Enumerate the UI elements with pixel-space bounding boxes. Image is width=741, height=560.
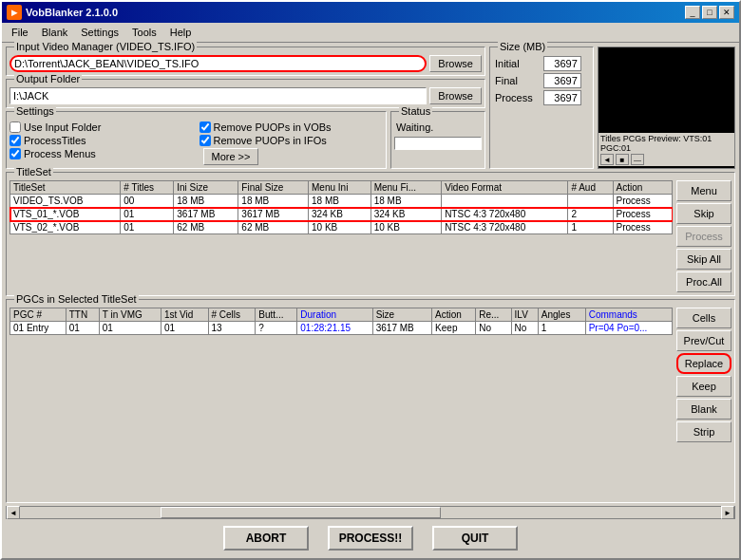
process-menus-checkbox[interactable] (10, 148, 21, 159)
proc-all-button[interactable]: Proc.All (676, 271, 732, 292)
pgc-label: PGCs in Selected TitleSet (14, 293, 139, 305)
process-footer-button[interactable]: PROCESS!! (328, 526, 413, 551)
pgc-panel: PGCs in Selected TitleSet PGC # TTN T in… (6, 299, 735, 503)
preview-prev-button[interactable]: ◄ (600, 154, 614, 165)
menu-help[interactable]: Help (164, 25, 198, 40)
scroll-right-button[interactable]: ► (721, 506, 734, 519)
close-button[interactable]: ✕ (719, 6, 734, 19)
minimize-button[interactable]: _ (685, 6, 700, 19)
menu-blank[interactable]: Blank (36, 25, 74, 40)
pgc-col-12: Commands (585, 308, 672, 322)
col-video-format: Video Format (442, 181, 568, 195)
abort-button[interactable]: ABORT (223, 526, 309, 551)
pgc-cell-duration: 01:28:21.15 (297, 322, 372, 335)
col-titles: # Titles (121, 181, 174, 195)
main-window: ▶ VobBlanker 2.1.0.0 _ □ ✕ File Blank Se… (0, 0, 741, 560)
output-folder-panel: Output Folder Browse (6, 79, 485, 108)
preview-panel: Titles PCGs Preview: VTS:01 PGC:01 ◄ ■ — (598, 47, 735, 169)
process-button[interactable]: Process (676, 226, 732, 247)
title-bar-left: ▶ VobBlanker 2.1.0.0 (7, 5, 118, 20)
output-folder-browse-button[interactable]: Browse (429, 87, 482, 104)
output-folder-field[interactable] (10, 87, 427, 104)
quit-button[interactable]: QUIT (432, 526, 518, 551)
cell-ini-1: 3617 MB (174, 208, 238, 221)
menu-file[interactable]: File (6, 25, 34, 40)
process-menus-row: Process Menus (10, 148, 194, 159)
strip-button[interactable]: Strip (676, 421, 732, 442)
menu-tools[interactable]: Tools (126, 25, 162, 40)
menu-settings[interactable]: Settings (75, 25, 124, 40)
pgc-col-2: T in VMG (99, 308, 161, 322)
skip-all-button[interactable]: Skip All (676, 249, 732, 270)
titleset-label: TitleSet (14, 166, 53, 177)
pgc-row-0[interactable]: 01 Entry 01 01 01 13 ? 01:28:21.15 3617 … (10, 322, 673, 335)
remove-puops-ifos-checkbox[interactable] (200, 135, 211, 146)
input-video-field[interactable] (10, 55, 427, 72)
remove-puops-vobs-checkbox[interactable] (200, 121, 211, 133)
scroll-left-button[interactable]: ◄ (7, 506, 20, 519)
skip-button[interactable]: Skip (676, 203, 732, 224)
use-input-folder-checkbox[interactable] (10, 121, 21, 133)
cell-aud-2: 1 (568, 221, 613, 234)
menu-bar: File Blank Settings Tools Help (2, 23, 739, 43)
preview-stop-button[interactable]: ■ (616, 154, 629, 165)
pgc-cell-size: 3617 MB (372, 322, 431, 335)
process-titles-checkbox[interactable] (10, 135, 21, 146)
cell-menf-0: 18 MB (370, 195, 441, 208)
pgc-col-7: Size (372, 308, 431, 322)
settings-right: Remove PUOPs in VOBs Remove PUOPs in IFO… (200, 120, 384, 165)
blank-button[interactable]: Blank (676, 399, 732, 420)
window-title: VobBlanker 2.1.0.0 (26, 7, 118, 18)
input-video-label: Input Video Manager (VIDEO_TS.IFO) (14, 41, 197, 52)
cell-final-0: 18 MB (238, 195, 309, 208)
remove-puops-ifos-row: Remove PUOPs in IFOs (200, 135, 384, 146)
cell-vf-0 (442, 195, 568, 208)
cell-name-0: VIDEO_TS.VOB (10, 195, 121, 208)
pgc-col-5: Butt... (256, 308, 297, 322)
maximize-button[interactable]: □ (702, 6, 717, 19)
process-menus-label: Process Menus (24, 148, 96, 159)
pgc-col-0: PGC # (10, 308, 66, 322)
more-button[interactable]: More >> (203, 148, 259, 165)
titleset-table: TitleSet # Titles Ini Size Final Size Me… (10, 180, 673, 234)
process-label: Process (493, 89, 542, 106)
keep-button[interactable]: Keep (676, 376, 732, 397)
pgc-cell-butt: ? (256, 322, 297, 335)
cell-final-2: 62 MB (238, 221, 309, 234)
final-label: Final (493, 72, 542, 89)
horizontal-scrollbar[interactable]: ◄ ► (6, 506, 735, 519)
titleset-row-1[interactable]: VTS_01_*.VOB 01 3617 MB 3617 MB 324 KB 3… (10, 208, 673, 221)
pgc-table-wrapper: PGC # TTN T in VMG 1st Vid # Cells Butt.… (10, 308, 673, 442)
titleset-row-0[interactable]: VIDEO_TS.VOB 00 18 MB 18 MB 18 MB 18 MB … (10, 195, 673, 208)
pgc-cell-cells: 13 (208, 322, 256, 335)
replace-button[interactable]: Replace (676, 353, 732, 374)
menu-button[interactable]: Menu (676, 180, 732, 201)
cell-titles-0: 00 (121, 195, 174, 208)
preview-next-button[interactable]: — (631, 154, 644, 165)
pgc-cell-angles: 1 (538, 322, 585, 335)
process-titles-label: ProcessTitles (24, 135, 86, 146)
input-video-browse-button[interactable]: Browse (429, 55, 482, 72)
col-ini-size: Ini Size (174, 181, 238, 195)
titleset-row-2[interactable]: VTS_02_*.VOB 01 62 MB 62 MB 10 KB 10 KB … (10, 221, 673, 234)
prev-cut-button[interactable]: Prev/Cut (676, 330, 732, 351)
size-label: Size (MB) (498, 41, 547, 52)
cell-ini-0: 18 MB (174, 195, 238, 208)
settings-status-row: Settings Use Input Folder ProcessTitles (6, 111, 485, 169)
pgc-cell-re: No (476, 322, 511, 335)
preview-label-area: Titles PCGs Preview: VTS:01 PGC:01 ◄ ■ — (598, 133, 734, 166)
pgc-cell-ilv: No (511, 322, 538, 335)
scroll-thumb[interactable] (161, 507, 441, 518)
cells-button[interactable]: Cells (676, 308, 732, 328)
settings-panel: Settings Use Input Folder ProcessTitles (6, 111, 387, 169)
use-input-folder-row: Use Input Folder (10, 121, 194, 133)
pgc-content: PGC # TTN T in VMG 1st Vid # Cells Butt.… (10, 308, 732, 442)
scroll-track[interactable] (20, 507, 721, 518)
process-titles-row: ProcessTitles (10, 135, 194, 146)
cell-menf-2: 10 KB (370, 221, 441, 234)
input-video-panel: Input Video Manager (VIDEO_TS.IFO) Brows… (6, 47, 485, 76)
title-controls: _ □ ✕ (685, 6, 734, 19)
cell-aud-1: 2 (568, 208, 613, 221)
pgc-col-8: Action (432, 308, 476, 322)
cell-menf-1: 324 KB (370, 208, 441, 221)
